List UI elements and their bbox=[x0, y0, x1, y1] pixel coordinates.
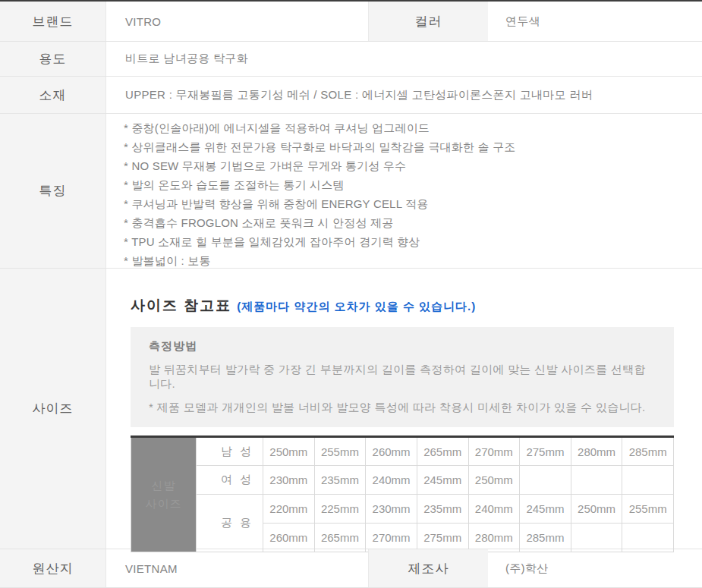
feature-item: * 중창(인솔아래)에 에너지셀을 적용하여 쿠셔닝 업그레이드 bbox=[124, 118, 694, 137]
measurement-method-box: 측정방법 발 뒤꿈치부터 발가락 중 가장 긴 부분까지의 길이를 측정하여 길… bbox=[131, 327, 674, 427]
size-cell: 280mm bbox=[571, 437, 622, 466]
size-cell bbox=[520, 466, 571, 495]
size-cell: 280mm bbox=[468, 524, 520, 552]
feature-item: * 발의 온도와 습도를 조절하는 통기 시스템 bbox=[124, 175, 694, 194]
color-value: 연두색 bbox=[488, 2, 702, 41]
size-label: 사이즈 bbox=[0, 269, 106, 549]
size-cell: 250mm bbox=[468, 466, 520, 495]
spec-row-origin-manufacturer: 원산지 VIETNAM 제조사 (주)학산 bbox=[0, 549, 702, 588]
color-label: 컬러 bbox=[368, 2, 488, 41]
feature-item: * 발볼넓이 : 보통 bbox=[124, 251, 694, 270]
size-cell bbox=[622, 524, 674, 552]
size-cell: 245mm bbox=[417, 466, 468, 495]
size-reference-title: 사이즈 참고표 bbox=[131, 296, 231, 316]
size-category: 공 용 bbox=[197, 495, 263, 552]
size-reference-note: (제품마다 약간의 오차가 있을 수 있습니다.) bbox=[237, 300, 476, 314]
size-cell: 275mm bbox=[417, 524, 468, 552]
brand-label: 브랜드 bbox=[0, 2, 106, 41]
feature-item: * 쿠셔닝과 반발력 향상을 위해 중창에 ENERGY CELL 적용 bbox=[124, 194, 694, 213]
material-label: 소재 bbox=[0, 77, 106, 113]
features-label: 특징 bbox=[0, 114, 106, 268]
size-cell: 265mm bbox=[417, 437, 468, 466]
spec-row-brand-color: 브랜드 VITRO 컬러 연두색 bbox=[0, 2, 702, 42]
brand-value: VITRO bbox=[106, 2, 368, 41]
size-cell: 240mm bbox=[366, 466, 417, 495]
feature-item: * NO SEW 무재봉 기법으로 가벼운 무게와 통기성 우수 bbox=[124, 156, 694, 175]
size-cell: 285mm bbox=[520, 524, 571, 552]
size-cell: 270mm bbox=[366, 524, 417, 552]
spec-row-usage: 용도 비트로 남녀공용 탁구화 bbox=[0, 42, 702, 77]
size-cell: 240mm bbox=[468, 495, 520, 524]
size-cell: 235mm bbox=[417, 495, 468, 524]
size-category: 남 성 bbox=[197, 437, 263, 466]
size-cell bbox=[571, 466, 622, 495]
size-cell: 275mm bbox=[520, 437, 571, 466]
size-cell: 255mm bbox=[622, 495, 674, 524]
origin-label: 원산지 bbox=[0, 549, 106, 587]
corner-line: 사이즈 bbox=[146, 497, 182, 510]
manufacturer-label: 제조사 bbox=[368, 549, 488, 587]
size-cell: 265mm bbox=[314, 524, 366, 552]
size-section: 사이즈 참고표 (제품마다 약간의 오차가 있을 수 있습니다.) 측정방법 발… bbox=[106, 269, 702, 549]
size-cell: 260mm bbox=[366, 437, 417, 466]
size-cell: 250mm bbox=[263, 437, 315, 466]
size-cell: 250mm bbox=[571, 495, 622, 524]
size-title-line: 사이즈 참고표 (제품마다 약간의 오차가 있을 수 있습니다.) bbox=[131, 296, 702, 313]
spec-row-features: 특징 * 중창(인솔아래)에 에너지셀을 적용하여 쿠셔닝 업그레이드 * 상위… bbox=[0, 114, 702, 269]
size-cell: 285mm bbox=[622, 437, 674, 466]
size-category: 여 성 bbox=[197, 466, 263, 495]
size-cell: 235mm bbox=[314, 466, 366, 495]
origin-value: VIETNAM bbox=[106, 549, 368, 587]
feature-item: * TPU 소재로 힐 부분을 일체감있게 잡아주어 경기력 향상 bbox=[124, 232, 694, 251]
measurement-line: * 제품 모델과 개개인의 발볼 너비와 발모양 특성에 따라 착용시 미세한 … bbox=[149, 401, 656, 415]
size-cell bbox=[571, 524, 622, 552]
feature-item: * 충격흡수 FROGLON 소재로 풋워크 시 안정성 제공 bbox=[124, 213, 694, 232]
measurement-heading: 측정방법 bbox=[149, 339, 656, 354]
usage-value: 비트로 남녀공용 탁구화 bbox=[106, 42, 702, 76]
size-table-corner: 신발 사이즈 bbox=[131, 437, 197, 552]
spec-row-size: 사이즈 사이즈 참고표 (제품마다 약간의 오차가 있을 수 있습니다.) 측정… bbox=[0, 269, 702, 549]
usage-label: 용도 bbox=[0, 42, 106, 76]
size-cell: 260mm bbox=[263, 524, 315, 552]
size-reference-table: 신발 사이즈 남 성 250mm 255mm 260mm 265mm 270mm… bbox=[131, 435, 674, 552]
spec-row-material: 소재 UPPER : 무재봉필름 고통기성 메쉬 / SOLE : 에너지셀 고… bbox=[0, 77, 702, 114]
size-cell: 230mm bbox=[263, 466, 315, 495]
size-cell: 225mm bbox=[314, 495, 366, 524]
size-row-women: 여 성 230mm 235mm 240mm 245mm 250mm bbox=[131, 466, 674, 495]
feature-item: * 상위클래스를 위한 전문가용 탁구화로 바닥과의 밀착감을 극대화한 솔 구… bbox=[124, 137, 694, 156]
size-cell: 270mm bbox=[468, 437, 520, 466]
size-cell: 230mm bbox=[366, 495, 417, 524]
size-cell: 220mm bbox=[263, 495, 315, 524]
features-list: * 중창(인솔아래)에 에너지셀을 적용하여 쿠셔닝 업그레이드 * 상위클래스… bbox=[106, 114, 702, 268]
product-spec-table: 브랜드 VITRO 컬러 연두색 용도 비트로 남녀공용 탁구화 소재 UPPE… bbox=[0, 0, 702, 588]
size-row-men: 신발 사이즈 남 성 250mm 255mm 260mm 265mm 270mm… bbox=[131, 437, 674, 466]
corner-line: 신발 bbox=[152, 479, 176, 492]
manufacturer-value: (주)학산 bbox=[488, 549, 702, 587]
size-cell: 255mm bbox=[314, 437, 366, 466]
size-cell: 245mm bbox=[520, 495, 571, 524]
size-row-unisex-1: 공 용 220mm 225mm 230mm 235mm 240mm 245mm … bbox=[131, 495, 674, 524]
measurement-line: 발 뒤꿈치부터 발가락 중 가장 긴 부분까지의 길이를 측정하여 길이에 맞는… bbox=[149, 363, 656, 391]
size-cell bbox=[622, 466, 674, 495]
material-value: UPPER : 무재봉필름 고통기성 메쉬 / SOLE : 에너지셀 고탄성파… bbox=[106, 77, 702, 113]
